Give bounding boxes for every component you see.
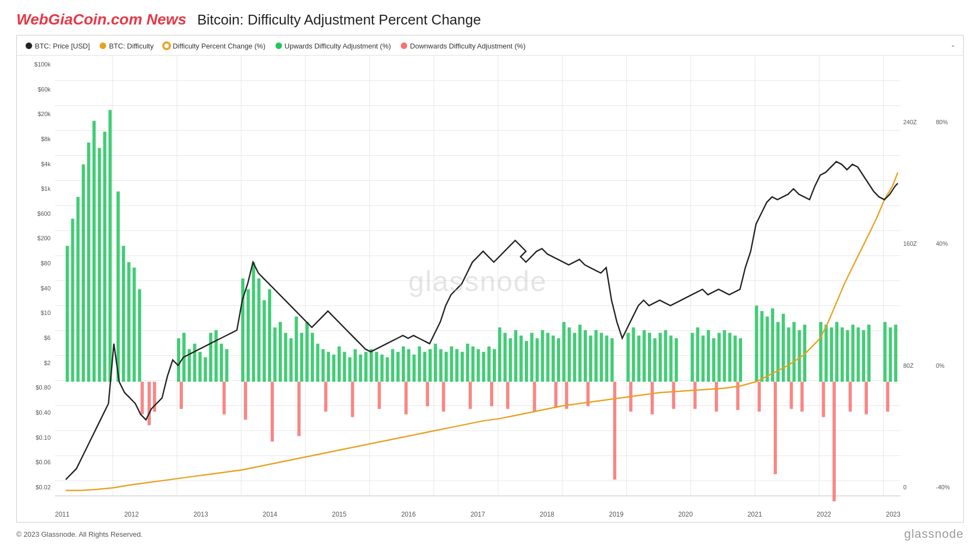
svg-rect-180 <box>792 322 795 382</box>
watermark-logo: WebGiaCoin.com News <box>16 11 186 28</box>
svg-rect-166 <box>723 330 726 382</box>
svg-rect-34 <box>82 165 85 382</box>
footer-copyright: © 2023 Glassnode. All Rights Reserved. <box>16 530 143 538</box>
svg-rect-125 <box>530 333 534 382</box>
x-axis: 2011 2012 2013 2014 2015 2016 2017 2018 … <box>17 507 963 522</box>
svg-rect-190 <box>835 322 838 382</box>
svg-rect-151 <box>648 333 651 382</box>
svg-rect-192 <box>846 330 849 382</box>
svg-rect-186 <box>800 382 804 412</box>
svg-rect-37 <box>98 148 101 382</box>
svg-rect-136 <box>573 333 576 382</box>
svg-rect-75 <box>305 322 309 382</box>
y-axis-right-2: 80% 40% 0% -40% <box>933 56 963 507</box>
svg-rect-79 <box>327 352 330 382</box>
svg-rect-159 <box>672 382 675 409</box>
svg-rect-202 <box>889 327 892 382</box>
svg-rect-33 <box>76 197 79 381</box>
svg-rect-87 <box>324 382 327 412</box>
svg-rect-146 <box>613 382 616 480</box>
svg-rect-105 <box>439 349 443 382</box>
svg-rect-42 <box>127 262 131 381</box>
svg-rect-78 <box>321 349 324 382</box>
svg-rect-106 <box>445 352 448 382</box>
svg-rect-116 <box>442 382 445 412</box>
legend-dot-price <box>26 43 32 49</box>
svg-rect-40 <box>117 191 120 381</box>
svg-rect-117 <box>469 382 472 409</box>
svg-rect-69 <box>290 338 293 382</box>
svg-rect-196 <box>867 325 871 382</box>
svg-rect-94 <box>396 352 400 382</box>
svg-rect-100 <box>428 349 432 382</box>
svg-rect-204 <box>886 382 889 412</box>
legend-dot-downwards <box>401 43 407 49</box>
legend-btc-difficulty: BTC: Difficulty <box>100 42 154 50</box>
svg-rect-194 <box>856 327 860 382</box>
svg-rect-134 <box>562 322 566 382</box>
chart-area: glassnode <box>55 56 901 507</box>
y-axis-left: $100k $60k $20k $8k $4k $1k $600 $200 $8… <box>17 56 55 507</box>
legend-dot-difficulty <box>100 43 106 49</box>
svg-rect-149 <box>637 336 640 382</box>
svg-rect-74 <box>297 382 301 436</box>
svg-rect-55 <box>215 330 218 382</box>
legend-dash: - <box>952 41 954 51</box>
svg-rect-164 <box>712 338 715 382</box>
svg-rect-114 <box>487 347 491 382</box>
svg-rect-82 <box>343 352 346 382</box>
svg-rect-31 <box>66 246 69 381</box>
svg-rect-99 <box>423 352 426 382</box>
svg-rect-104 <box>434 344 437 382</box>
svg-rect-118 <box>490 382 493 407</box>
svg-rect-124 <box>525 341 528 382</box>
svg-rect-160 <box>691 333 694 382</box>
svg-rect-80 <box>332 355 335 382</box>
svg-rect-176 <box>771 308 774 382</box>
svg-rect-175 <box>765 317 769 382</box>
footer-logo: glassnode <box>904 527 964 541</box>
svg-rect-195 <box>862 330 865 382</box>
svg-rect-89 <box>370 349 373 382</box>
svg-rect-152 <box>653 338 657 382</box>
svg-rect-32 <box>71 219 74 381</box>
svg-rect-56 <box>220 344 223 382</box>
svg-rect-102 <box>405 382 408 415</box>
svg-rect-188 <box>824 325 828 382</box>
svg-rect-62 <box>252 262 255 381</box>
svg-rect-140 <box>595 330 598 382</box>
svg-rect-162 <box>701 336 705 382</box>
svg-rect-109 <box>461 352 464 382</box>
header-row: WebGiaCoin.com News Bitcoin: Difficulty … <box>16 11 964 28</box>
svg-rect-189 <box>830 327 833 382</box>
svg-rect-72 <box>244 382 247 420</box>
svg-rect-126 <box>536 338 539 382</box>
svg-rect-84 <box>353 349 357 382</box>
svg-rect-35 <box>87 143 90 382</box>
svg-rect-143 <box>610 338 614 382</box>
legend-btc-price: BTC: Price [USD] <box>26 42 90 50</box>
legend-dot-upwards <box>275 43 282 49</box>
svg-rect-191 <box>841 327 844 382</box>
svg-rect-158 <box>651 382 654 415</box>
svg-rect-71 <box>300 333 303 382</box>
svg-rect-187 <box>819 322 823 382</box>
legend-difficulty-pct: Difficulty Percent Change (%) <box>163 42 265 50</box>
svg-rect-127 <box>541 330 544 382</box>
chart-outer: BTC: Price [USD] BTC: Difficulty Difficu… <box>16 35 964 523</box>
svg-rect-83 <box>348 357 352 382</box>
svg-rect-184 <box>774 382 777 475</box>
legend-downwards: Downwards Difficulty Adjustment (%) <box>401 42 525 50</box>
svg-rect-59 <box>223 382 226 415</box>
svg-rect-177 <box>776 322 780 382</box>
svg-rect-66 <box>273 327 277 382</box>
svg-rect-122 <box>514 330 517 382</box>
svg-rect-53 <box>204 357 207 382</box>
svg-rect-123 <box>519 336 523 382</box>
svg-rect-48 <box>177 338 180 382</box>
svg-rect-120 <box>504 333 507 382</box>
svg-rect-58 <box>180 382 183 409</box>
svg-rect-135 <box>568 327 571 382</box>
svg-rect-119 <box>498 327 501 382</box>
svg-rect-132 <box>533 382 536 412</box>
